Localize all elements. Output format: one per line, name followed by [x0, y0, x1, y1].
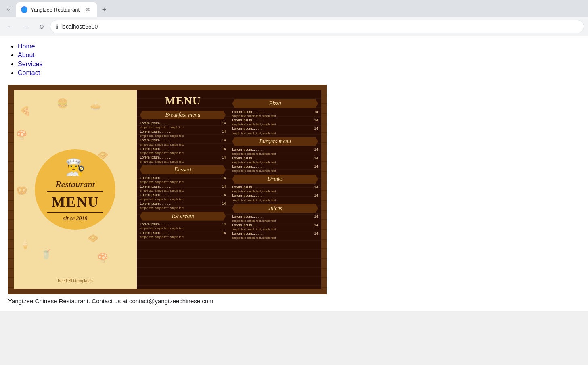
new-tab-button[interactable]: + — [98, 4, 110, 15]
pie-sketch-icon: 🥧 — [90, 100, 101, 111]
dessert-item-3-desc: simple text, simple text, simple text — [140, 198, 226, 201]
burgers-item-1: Lorem ipsum............ 14 — [232, 148, 318, 152]
mushroom2-sketch-icon: 🍄 — [97, 253, 108, 263]
menu-item-1: Lorem ipsum............ 14 — [140, 121, 226, 125]
burgers-item-2: Lorem ipsum............ 14 — [232, 156, 318, 160]
reload-button[interactable]: ↻ — [35, 20, 48, 33]
browser-chrome: 🌐 Yangtzee Restaurant ✕ + ← → ↻ ℹ localh… — [0, 0, 588, 36]
footer-text: Yangtzee Chinese Restaurant. Contact us … — [8, 298, 580, 305]
nav-item-services: Services — [18, 60, 580, 68]
juices-item-1-desc: simple text, simple text, simple text — [232, 219, 318, 222]
browser-toolbar: ← → ↻ ℹ localhost:5500 — [0, 17, 588, 36]
drinks-item-1: Lorem ipsum............ 14 — [232, 185, 318, 189]
pizza-item-3-desc: simple text, simple text, simple text — [232, 132, 318, 135]
active-tab[interactable]: 🌐 Yangtzee Restaurant ✕ — [16, 2, 97, 17]
icecream-item-2: Lorem ipsum............ 14 — [140, 231, 226, 235]
dessert-item-2: Lorem ipsum............ 14 — [140, 184, 226, 188]
pizza-item-1-desc: simple text, simple text, simple text — [232, 115, 318, 117]
drinks-section-title: Drinks — [232, 175, 318, 184]
tab-title: Yangtzee Restaurant — [31, 7, 81, 13]
restaurant-brand-label: Restaurant — [47, 179, 103, 190]
pizza-item-2-desc: simple text, simple text, simple text — [232, 123, 318, 126]
tab-close-button[interactable]: ✕ — [84, 6, 92, 14]
dessert-item-1: Lorem ipsum............ 14 — [140, 176, 226, 180]
burger-sketch-icon: 🍔 — [57, 98, 68, 109]
back-button[interactable]: ← — [4, 20, 17, 33]
menu-item-3: Lorem ipsum............ 14 — [140, 138, 226, 142]
breakfast-section-title: Breakfast menu — [140, 111, 226, 119]
watermark-label: free·PSD·templates — [58, 279, 93, 283]
menu-item-2-desc: simple text, simple text, simple text — [140, 134, 226, 137]
page-content: Home About Services Contact 🍕 🍔 🥧 🍄 🧇 — [0, 36, 588, 311]
pretzel-sketch-icon: 🥨 — [16, 186, 27, 196]
nav-item-home: Home — [18, 43, 580, 50]
icecream-item-1: Lorem ipsum............ 14 — [140, 222, 226, 226]
url-display: localhost:5500 — [61, 23, 578, 30]
drinks-item-2: Lorem ipsum............ 14 — [232, 194, 318, 198]
icecream-item-1-desc: simple text, simple text, simple text — [140, 227, 226, 230]
pizza-sketch-icon: 🍕 — [20, 106, 31, 117]
dessert-item-3: Lorem ipsum............ 14 — [140, 193, 226, 197]
burgers-item-1-desc: simple text, simple text, simple text — [232, 152, 318, 155]
menu-inner: 🍕 🍔 🥧 🍄 🧇 🥨 🥩 🧇 🍦 🥤 🍄 👨‍🍳 Restaurant MEN… — [14, 90, 321, 289]
nav-item-about: About — [18, 52, 580, 59]
address-bar[interactable]: ℹ localhost:5500 — [50, 20, 584, 33]
nav-item-contact: Contact — [18, 69, 580, 77]
nav-link-contact[interactable]: Contact — [18, 69, 40, 76]
icecream-section-title: Ice cream — [140, 212, 226, 221]
juices-item-2: Lorem ipsum............ 14 — [232, 223, 318, 227]
menu-item-1-desc: simple text, simple text, simple text — [140, 126, 226, 129]
drinks-item-1-desc: simple text, simple text, simple text — [232, 190, 318, 193]
juices-item-3: Lorem ipsum............ 14 — [232, 232, 318, 236]
drink-sketch-icon: 🥤 — [41, 249, 52, 260]
waffle2-sketch-icon: 🧇 — [88, 233, 98, 244]
dessert-section-title: Dessert — [140, 165, 226, 174]
burgers-item-3-desc: simple text, simple text, simple text — [232, 169, 318, 172]
info-icon: ℹ — [56, 23, 58, 30]
menu-left-panel: 🍕 🍔 🥧 🍄 🧇 🥨 🥩 🧇 🍦 🥤 🍄 👨‍🍳 Restaurant MEN… — [14, 90, 137, 289]
burgers-item-2-desc: simple text, simple text, simple text — [232, 161, 318, 164]
menu-item-2: Lorem ipsum............ 14 — [140, 129, 226, 133]
menu-image-container: 🍕 🍔 🥧 🍄 🧇 🥨 🥩 🧇 🍦 🥤 🍄 👨‍🍳 Restaurant MEN… — [8, 85, 327, 294]
juices-item-3-desc: simple text, simple text, simple text — [232, 236, 318, 239]
burgers-section-title: Burgers menu — [232, 137, 318, 146]
burgers-item-3: Lorem ipsum............ 14 — [232, 165, 318, 169]
menu-main-title: MENU — [140, 94, 226, 107]
chef-hat-icon: 👨‍🍳 — [47, 158, 103, 177]
pizza-section-title: Pizza — [232, 99, 318, 108]
menu-col-right: Pizza Lorem ipsum............ 14 simple … — [229, 90, 321, 289]
menu-item-4: Lorem ipsum............ 14 — [140, 147, 226, 151]
pizza-item-1: Lorem ipsum............ 14 — [232, 110, 318, 114]
left-content: 👨‍🍳 Restaurant MENU since 2018 — [47, 158, 103, 222]
nav-link-about[interactable]: About — [18, 52, 35, 58]
menu-item-3-desc: simple text, simple text, simple text — [140, 143, 226, 146]
menu-item-5-desc: simple text, simple text, simple text — [140, 160, 226, 163]
tab-bar: 🌐 Yangtzee Restaurant ✕ + — [0, 0, 588, 17]
menu-col-left: MENU Breakfast menu Lorem ipsum.........… — [137, 90, 229, 289]
pizza-item-2: Lorem ipsum............ 14 — [232, 118, 318, 122]
nav-link-services[interactable]: Services — [18, 60, 42, 67]
menu-item-5: Lorem ipsum............ 14 — [140, 155, 226, 159]
dessert-item-4: Lorem ipsum............ 14 — [140, 202, 226, 206]
juices-section-title: Juices — [232, 204, 318, 213]
menu-right-panel: MENU Breakfast menu Lorem ipsum.........… — [137, 90, 321, 289]
juices-item-1: Lorem ipsum............ 14 — [232, 215, 318, 219]
tab-dropdown-button[interactable] — [3, 4, 15, 15]
forward-button[interactable]: → — [19, 20, 32, 33]
dessert-item-2-desc: simple text, simple text, simple text — [140, 189, 226, 192]
nav-link-home[interactable]: Home — [18, 43, 35, 50]
icecream-sketch-icon: 🍦 — [20, 239, 31, 250]
menu-item-4-desc: simple text, simple text, simple text — [140, 152, 226, 154]
juices-item-2-desc: simple text, simple text, simple text — [232, 228, 318, 231]
main-nav: Home About Services Contact — [8, 43, 580, 77]
dessert-item-4-desc: simple text, simple text, simple text — [140, 206, 226, 209]
icecream-item-2-desc: simple text, simple text, simple text — [140, 236, 226, 238]
menu-title-left: MENU — [47, 191, 103, 213]
mushroom-sketch-icon: 🍄 — [16, 130, 27, 140]
dessert-item-1-desc: simple text, simple text, simple text — [140, 181, 226, 184]
tab-favicon: 🌐 — [21, 6, 27, 13]
drinks-item-2-desc: simple text, simple text, simple text — [232, 199, 318, 202]
nav-list: Home About Services Contact — [8, 43, 580, 77]
since-label: since 2018 — [47, 215, 103, 222]
pizza-item-3: Lorem ipsum............ 14 — [232, 127, 318, 131]
